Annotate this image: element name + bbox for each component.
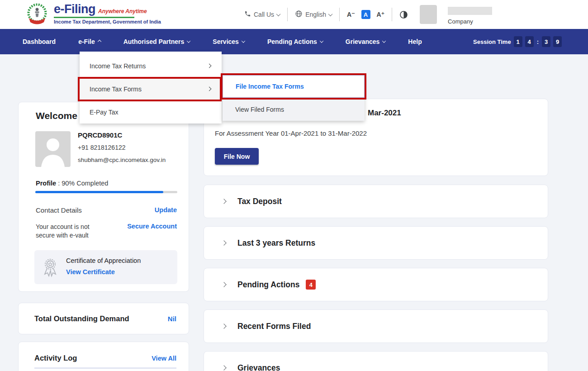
view-all-link[interactable]: View All xyxy=(152,355,176,362)
submenu-item-file-income-tax-forms[interactable]: File Income Tax Forms xyxy=(223,75,365,98)
nav-label: Services xyxy=(213,38,239,45)
efiling-logo[interactable]: e-FilingAnywhere Anytime Income Tax Depa… xyxy=(25,2,161,29)
activity-log-label: Activity Log xyxy=(34,354,77,362)
submenu-item-label: File Income Tax Forms xyxy=(236,83,304,90)
update-link[interactable]: Update xyxy=(155,206,177,214)
chevron-down-icon xyxy=(328,12,333,16)
app-title: e-Filing xyxy=(54,2,95,16)
font-size-controls: A⁻ A A⁺ xyxy=(347,10,384,19)
accordion-label: Recent Forms Filed xyxy=(237,322,311,331)
header-divider xyxy=(392,8,392,21)
phone-number: +91 8218126122 xyxy=(78,144,126,151)
top-header: e-FilingAnywhere Anytime Income Tax Depa… xyxy=(0,0,588,29)
profile-word: Profile xyxy=(36,180,56,187)
session-digit: 1 xyxy=(514,36,522,47)
chevron-right-icon xyxy=(221,240,226,245)
pan-number: PQRCD8901C xyxy=(78,131,122,139)
chevron-right-icon xyxy=(207,64,212,68)
menu-item-income-tax-returns[interactable]: Income Tax Returns xyxy=(80,54,222,77)
session-digit: 4 xyxy=(525,36,534,47)
nav-efile[interactable]: e-File xyxy=(78,38,101,45)
main-navbar: Dashboard e-File Authorised Partners Ser… xyxy=(0,29,588,54)
language-label: English xyxy=(305,11,326,18)
accordion-label: Pending Actions xyxy=(237,280,299,290)
accordion-grievances[interactable]: Grievances xyxy=(204,351,548,371)
nav-label: Grievances xyxy=(346,38,380,45)
user-avatar[interactable] xyxy=(420,5,437,24)
profile-progress-bar xyxy=(35,191,177,193)
accordion-tax-deposit[interactable]: Tax Deposit xyxy=(204,185,548,218)
activity-log-card: Activity Log View All xyxy=(18,342,189,371)
menu-item-label: Income Tax Returns xyxy=(90,62,146,70)
chevron-right-icon xyxy=(221,199,226,204)
person-silhouette-icon xyxy=(35,131,71,167)
nav-label: Help xyxy=(408,38,422,45)
activity-divider xyxy=(34,368,176,368)
font-decrease-button[interactable]: A⁻ xyxy=(347,11,355,18)
globe-icon xyxy=(295,10,303,19)
file-now-button[interactable]: File Now xyxy=(215,148,259,165)
nav-authorised-partners[interactable]: Authorised Partners xyxy=(123,38,190,45)
welcome-title: Welcome E xyxy=(36,110,86,121)
outstanding-demand-value[interactable]: Nil xyxy=(168,315,176,323)
certificate-title: Certificate of Appreciation xyxy=(66,257,141,264)
assessment-year-text: For Assessment Year 01-Apr-2021 to 31-Ma… xyxy=(215,129,367,137)
profile-completion-label: Profile : 90% Completed xyxy=(36,180,108,187)
language-menu[interactable]: English xyxy=(295,10,332,19)
nav-dashboard[interactable]: Dashboard xyxy=(23,38,56,45)
call-us-menu[interactable]: Call Us xyxy=(244,10,280,19)
call-us-label: Call Us xyxy=(254,11,274,18)
menu-item-income-tax-forms[interactable]: Income Tax Forms xyxy=(80,77,222,100)
chevron-down-icon xyxy=(187,39,190,43)
contact-details-row: Contact Details Update xyxy=(36,206,177,214)
filing-card-title-fragment: Mar-2021 xyxy=(368,109,401,118)
secure-account-link[interactable]: Secure Account xyxy=(127,223,177,230)
header-divider xyxy=(339,8,340,21)
accordion-label: Tax Deposit xyxy=(237,197,282,206)
chevron-down-icon xyxy=(276,12,281,16)
nav-label: Authorised Partners xyxy=(123,38,185,45)
session-time-label: Session Time xyxy=(473,38,511,45)
contact-details-label: Contact Details xyxy=(36,206,82,214)
app-tagline: Anywhere Anytime xyxy=(98,8,147,14)
medal-icon xyxy=(40,257,61,279)
certificate-box: Certificate of Appreciation View Certifi… xyxy=(34,250,177,284)
activity-log-header: Activity Log View All xyxy=(34,354,176,362)
nav-label: e-File xyxy=(78,38,95,45)
header-divider xyxy=(287,8,288,21)
user-info[interactable]: Company xyxy=(448,7,492,25)
chevron-right-icon xyxy=(221,323,226,328)
accordion-recent-forms-filed[interactable]: Recent Forms Filed xyxy=(204,309,548,343)
dept-title: Income Tax Department, Government of Ind… xyxy=(54,19,161,24)
user-type-label: Company xyxy=(448,18,492,25)
efiling-dashboard-page: e-FilingAnywhere Anytime Income Tax Depa… xyxy=(0,0,588,371)
menu-item-epay-tax[interactable]: E-Pay Tax xyxy=(80,100,222,124)
nav-help[interactable]: Help xyxy=(408,38,422,45)
accordion-last-3-years-returns[interactable]: Last 3 years Returns xyxy=(204,226,548,260)
income-tax-emblem-icon xyxy=(25,2,49,29)
nav-label: Dashboard xyxy=(23,38,56,45)
contrast-toggle-icon[interactable] xyxy=(399,10,408,19)
profile-percent-text: : 90% Completed xyxy=(56,180,108,187)
progress-fill xyxy=(35,191,163,193)
session-digit: 9 xyxy=(553,36,562,47)
chevron-down-icon xyxy=(382,39,386,43)
font-normal-button[interactable]: A xyxy=(361,10,370,19)
phone-icon xyxy=(244,10,251,19)
nav-pending-actions[interactable]: Pending Actions xyxy=(267,38,323,45)
view-certificate-link[interactable]: View Certificate xyxy=(66,268,115,276)
accordion-label: Grievances xyxy=(237,363,280,371)
profile-card: Welcome E PQRCD8901C +91 8218126122 shub… xyxy=(18,102,189,292)
nav-services[interactable]: Services xyxy=(213,38,245,45)
font-increase-button[interactable]: A⁺ xyxy=(377,11,385,18)
chevron-down-icon xyxy=(242,39,245,43)
session-colon: : xyxy=(537,38,539,45)
efile-dropdown-menu: Income Tax Returns Income Tax Forms E-Pa… xyxy=(80,52,222,124)
submenu-item-view-filed-forms[interactable]: View Filed Forms xyxy=(223,98,365,121)
nav-grievances[interactable]: Grievances xyxy=(346,38,386,45)
pending-actions-count-badge: 4 xyxy=(306,280,316,290)
session-timer: Session Time 1 4 : 3 9 xyxy=(473,36,562,47)
accordion-pending-actions[interactable]: Pending Actions 4 xyxy=(204,268,548,301)
evault-status-text: Your account is not secure with e-vault xyxy=(36,223,108,240)
evault-row: Your account is not secure with e-vault … xyxy=(36,223,177,240)
